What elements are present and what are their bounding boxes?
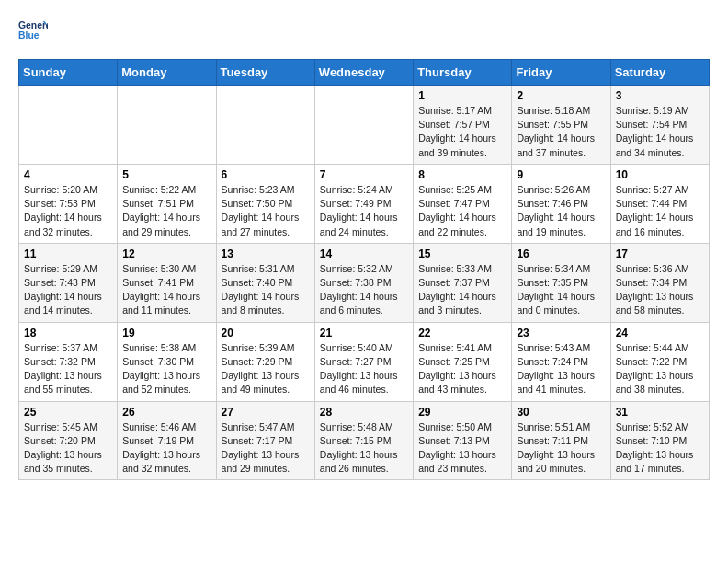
calendar-cell: 7Sunrise: 5:24 AMSunset: 7:49 PMDaylight… <box>314 164 413 243</box>
day-info: Sunrise: 5:19 AMSunset: 7:54 PMDaylight:… <box>616 104 704 160</box>
day-number: 11 <box>24 247 112 260</box>
day-info: Sunrise: 5:26 AMSunset: 7:46 PMDaylight:… <box>517 183 605 239</box>
week-row-4: 18Sunrise: 5:37 AMSunset: 7:32 PMDayligh… <box>19 322 710 401</box>
day-number: 24 <box>616 327 704 339</box>
week-row-2: 4Sunrise: 5:20 AMSunset: 7:53 PMDaylight… <box>19 164 710 243</box>
calendar-cell: 27Sunrise: 5:47 AMSunset: 7:17 PMDayligh… <box>216 401 314 480</box>
calendar-cell <box>216 86 314 165</box>
calendar-table: SundayMondayTuesdayWednesdayThursdayFrid… <box>18 59 710 480</box>
calendar-cell: 11Sunrise: 5:29 AMSunset: 7:43 PMDayligh… <box>19 243 118 322</box>
day-info: Sunrise: 5:51 AMSunset: 7:11 PMDaylight:… <box>517 420 605 477</box>
calendar-cell: 30Sunrise: 5:51 AMSunset: 7:11 PMDayligh… <box>512 401 610 480</box>
day-number: 13 <box>222 247 310 260</box>
calendar-cell: 24Sunrise: 5:44 AMSunset: 7:22 PMDayligh… <box>610 322 709 401</box>
day-info: Sunrise: 5:36 AMSunset: 7:34 PMDaylight:… <box>616 262 704 318</box>
calendar-cell: 21Sunrise: 5:40 AMSunset: 7:27 PMDayligh… <box>314 322 413 401</box>
calendar-cell: 10Sunrise: 5:27 AMSunset: 7:44 PMDayligh… <box>610 164 709 243</box>
day-number: 16 <box>517 247 605 260</box>
calendar-cell: 4Sunrise: 5:20 AMSunset: 7:53 PMDaylight… <box>19 164 118 243</box>
day-info: Sunrise: 5:33 AMSunset: 7:37 PMDaylight:… <box>418 262 506 318</box>
day-info: Sunrise: 5:44 AMSunset: 7:22 PMDaylight:… <box>616 341 704 397</box>
day-number: 8 <box>418 168 506 181</box>
week-row-1: 1Sunrise: 5:17 AMSunset: 7:57 PMDaylight… <box>19 86 710 165</box>
day-number: 30 <box>517 406 605 419</box>
day-number: 15 <box>418 247 506 260</box>
day-info: Sunrise: 5:20 AMSunset: 7:53 PMDaylight:… <box>24 183 112 239</box>
calendar-cell: 6Sunrise: 5:23 AMSunset: 7:50 PMDaylight… <box>216 164 314 243</box>
day-number: 5 <box>122 168 210 181</box>
day-info: Sunrise: 5:37 AMSunset: 7:32 PMDaylight:… <box>24 341 112 397</box>
day-info: Sunrise: 5:23 AMSunset: 7:50 PMDaylight:… <box>222 183 310 239</box>
calendar-cell: 26Sunrise: 5:46 AMSunset: 7:19 PMDayligh… <box>118 401 216 480</box>
day-number: 10 <box>616 168 704 181</box>
day-number: 17 <box>616 247 704 260</box>
day-info: Sunrise: 5:40 AMSunset: 7:27 PMDaylight:… <box>320 341 408 397</box>
header-friday: Friday <box>512 60 610 86</box>
day-info: Sunrise: 5:38 AMSunset: 7:30 PMDaylight:… <box>122 341 210 397</box>
day-info: Sunrise: 5:52 AMSunset: 7:10 PMDaylight:… <box>616 420 704 477</box>
week-row-5: 25Sunrise: 5:45 AMSunset: 7:20 PMDayligh… <box>19 401 710 480</box>
day-number: 27 <box>222 406 310 419</box>
day-info: Sunrise: 5:18 AMSunset: 7:55 PMDaylight:… <box>517 104 605 160</box>
day-info: Sunrise: 5:29 AMSunset: 7:43 PMDaylight:… <box>24 262 112 318</box>
calendar-cell: 18Sunrise: 5:37 AMSunset: 7:32 PMDayligh… <box>19 322 118 401</box>
calendar-cell: 20Sunrise: 5:39 AMSunset: 7:29 PMDayligh… <box>216 322 314 401</box>
day-number: 25 <box>24 406 112 419</box>
calendar-cell: 29Sunrise: 5:50 AMSunset: 7:13 PMDayligh… <box>414 401 512 480</box>
day-info: Sunrise: 5:27 AMSunset: 7:44 PMDaylight:… <box>616 183 704 239</box>
day-info: Sunrise: 5:24 AMSunset: 7:49 PMDaylight:… <box>320 183 408 239</box>
day-number: 12 <box>122 247 210 260</box>
calendar-cell <box>314 86 413 165</box>
day-info: Sunrise: 5:32 AMSunset: 7:38 PMDaylight:… <box>320 262 408 318</box>
calendar-cell: 22Sunrise: 5:41 AMSunset: 7:25 PMDayligh… <box>414 322 512 401</box>
day-info: Sunrise: 5:39 AMSunset: 7:29 PMDaylight:… <box>222 341 310 397</box>
logo-icon: GeneralBlue <box>18 18 48 44</box>
day-number: 14 <box>320 247 408 260</box>
day-info: Sunrise: 5:41 AMSunset: 7:25 PMDaylight:… <box>418 341 506 397</box>
day-info: Sunrise: 5:46 AMSunset: 7:19 PMDaylight:… <box>122 420 210 477</box>
day-info: Sunrise: 5:25 AMSunset: 7:47 PMDaylight:… <box>418 183 506 239</box>
logo: GeneralBlue <box>18 18 48 44</box>
calendar-cell: 19Sunrise: 5:38 AMSunset: 7:30 PMDayligh… <box>118 322 216 401</box>
day-info: Sunrise: 5:45 AMSunset: 7:20 PMDaylight:… <box>24 420 112 477</box>
header-sunday: Sunday <box>19 60 118 86</box>
day-info: Sunrise: 5:31 AMSunset: 7:40 PMDaylight:… <box>222 262 310 318</box>
calendar-cell: 12Sunrise: 5:30 AMSunset: 7:41 PMDayligh… <box>118 243 216 322</box>
day-number: 19 <box>122 327 210 339</box>
day-number: 21 <box>320 327 408 339</box>
calendar-cell: 17Sunrise: 5:36 AMSunset: 7:34 PMDayligh… <box>610 243 709 322</box>
calendar-cell: 31Sunrise: 5:52 AMSunset: 7:10 PMDayligh… <box>610 401 709 480</box>
day-number: 18 <box>24 327 112 339</box>
svg-text:Blue: Blue <box>18 30 40 40</box>
day-number: 4 <box>24 168 112 181</box>
calendar-cell: 1Sunrise: 5:17 AMSunset: 7:57 PMDaylight… <box>414 86 512 165</box>
calendar-header-row: SundayMondayTuesdayWednesdayThursdayFrid… <box>19 60 710 86</box>
day-info: Sunrise: 5:43 AMSunset: 7:24 PMDaylight:… <box>517 341 605 397</box>
day-info: Sunrise: 5:22 AMSunset: 7:51 PMDaylight:… <box>122 183 210 239</box>
calendar-cell: 16Sunrise: 5:34 AMSunset: 7:35 PMDayligh… <box>512 243 610 322</box>
calendar-cell: 15Sunrise: 5:33 AMSunset: 7:37 PMDayligh… <box>414 243 512 322</box>
day-info: Sunrise: 5:34 AMSunset: 7:35 PMDaylight:… <box>517 262 605 318</box>
calendar-cell: 8Sunrise: 5:25 AMSunset: 7:47 PMDaylight… <box>414 164 512 243</box>
calendar-cell: 2Sunrise: 5:18 AMSunset: 7:55 PMDaylight… <box>512 86 610 165</box>
day-number: 2 <box>517 89 605 102</box>
header-tuesday: Tuesday <box>216 60 314 86</box>
day-number: 26 <box>122 406 210 419</box>
calendar-cell: 13Sunrise: 5:31 AMSunset: 7:40 PMDayligh… <box>216 243 314 322</box>
day-number: 1 <box>418 89 506 102</box>
calendar-cell: 9Sunrise: 5:26 AMSunset: 7:46 PMDaylight… <box>512 164 610 243</box>
header-monday: Monday <box>118 60 216 86</box>
calendar-cell: 28Sunrise: 5:48 AMSunset: 7:15 PMDayligh… <box>314 401 413 480</box>
day-number: 31 <box>616 406 704 419</box>
header-thursday: Thursday <box>414 60 512 86</box>
calendar-cell: 14Sunrise: 5:32 AMSunset: 7:38 PMDayligh… <box>314 243 413 322</box>
day-number: 22 <box>418 327 506 339</box>
header-saturday: Saturday <box>610 60 709 86</box>
day-number: 3 <box>616 89 704 102</box>
calendar-cell: 25Sunrise: 5:45 AMSunset: 7:20 PMDayligh… <box>19 401 118 480</box>
header-wednesday: Wednesday <box>314 60 413 86</box>
day-number: 28 <box>320 406 408 419</box>
day-number: 23 <box>517 327 605 339</box>
day-number: 7 <box>320 168 408 181</box>
day-info: Sunrise: 5:50 AMSunset: 7:13 PMDaylight:… <box>418 420 506 477</box>
